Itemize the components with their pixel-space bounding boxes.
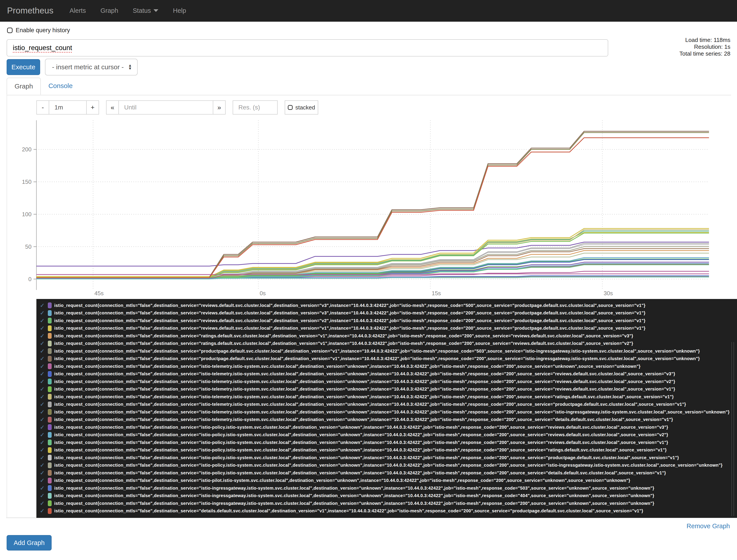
time-forward-button[interactable]: » <box>213 100 226 115</box>
legend-row[interactable]: ✓istio_request_count{connection_mtls="fa… <box>40 507 737 515</box>
legend-row[interactable]: ✓istio_request_count{connection_mtls="fa… <box>40 484 737 492</box>
x-tick-label: 45s <box>94 290 104 297</box>
enable-query-history-label: Enable query history <box>16 27 70 34</box>
range-input[interactable]: 1m <box>49 100 87 115</box>
legend-row[interactable]: ✓istio_request_count{connection_mtls="fa… <box>40 355 737 363</box>
series-line[interactable] <box>36 131 709 277</box>
legend-row[interactable]: ✓istio_request_count{connection_mtls="fa… <box>40 431 737 439</box>
range-decrease-button[interactable]: - <box>36 100 49 115</box>
legend-row[interactable]: ✓istio_request_count{connection_mtls="fa… <box>40 469 737 477</box>
series-line[interactable] <box>36 133 709 278</box>
series-color-swatch <box>48 478 52 483</box>
execute-button[interactable]: Execute <box>7 59 40 75</box>
legend: ✓istio_request_count{connection_mtls="fa… <box>36 299 737 518</box>
metric-select[interactable]: - insert metric at cursor - ▲▼ <box>45 59 138 75</box>
graph-controls: - 1m + « Until » Res. (s) stacked <box>36 100 318 115</box>
legend-row[interactable]: ✓istio_request_count{connection_mtls="fa… <box>40 492 737 500</box>
legend-row[interactable]: ✓istio_request_count{connection_mtls="fa… <box>40 370 737 378</box>
enable-query-history-checkbox[interactable] <box>7 28 13 33</box>
series-color-swatch <box>48 303 52 308</box>
series-label: istio_request_count{connection_mtls="fal… <box>54 303 645 308</box>
query-input[interactable]: istio_request_count <box>7 39 608 56</box>
series-color-swatch <box>48 485 52 491</box>
time-group: « Until » <box>106 100 226 115</box>
series-enabled-check-icon: ✓ <box>40 409 48 415</box>
legend-row[interactable]: ✓istio_request_count{connection_mtls="fa… <box>40 439 737 446</box>
series-label: istio_request_count{connection_mtls="fal… <box>54 318 645 323</box>
series-enabled-check-icon: ✓ <box>40 386 48 392</box>
series-enabled-check-icon: ✓ <box>40 394 48 400</box>
legend-row[interactable]: ✓istio_request_count{connection_mtls="fa… <box>40 347 737 355</box>
legend-row[interactable]: ✓istio_request_count{connection_mtls="fa… <box>40 454 737 462</box>
series-label: istio_request_count{connection_mtls="fal… <box>54 394 674 399</box>
add-graph-button[interactable]: Add Graph <box>7 535 52 551</box>
series-color-swatch <box>48 432 52 438</box>
series-label: istio_request_count{connection_mtls="fal… <box>54 470 666 475</box>
legend-row[interactable]: ✓istio_request_count{connection_mtls="fa… <box>40 302 737 309</box>
series-enabled-check-icon: ✓ <box>40 348 48 354</box>
remove-graph-link[interactable]: Remove Graph <box>686 522 730 530</box>
series-line[interactable] <box>36 138 709 278</box>
nav-item-alerts[interactable]: Alerts <box>62 7 93 14</box>
series-color-swatch <box>48 386 52 392</box>
series-enabled-check-icon: ✓ <box>40 477 48 484</box>
brand-prometheus: Prometheus <box>7 6 53 15</box>
series-enabled-check-icon: ✓ <box>40 447 48 453</box>
legend-row[interactable]: ✓istio_request_count{connection_mtls="fa… <box>40 416 737 424</box>
series-color-swatch <box>48 424 52 430</box>
tab-console[interactable]: Console <box>41 78 80 95</box>
chart-area[interactable]: 45s0s15s30s050100150200 <box>14 118 713 297</box>
range-increase-button[interactable]: + <box>86 100 99 115</box>
series-color-swatch <box>48 379 52 384</box>
stacked-label: stacked <box>295 104 315 111</box>
legend-row[interactable]: ✓istio_request_count{connection_mtls="fa… <box>40 477 737 485</box>
legend-row[interactable]: ✓istio_request_count{connection_mtls="fa… <box>40 363 737 370</box>
series-enabled-check-icon: ✓ <box>40 500 48 507</box>
series-color-swatch <box>48 409 52 415</box>
stacked-checkbox[interactable] <box>288 105 293 110</box>
legend-row[interactable]: ✓istio_request_count{connection_mtls="fa… <box>40 309 737 317</box>
legend-row[interactable]: ✓istio_request_count{connection_mtls="fa… <box>40 385 737 393</box>
legend-row[interactable]: ✓istio_request_count{connection_mtls="fa… <box>40 340 737 348</box>
series-enabled-check-icon: ✓ <box>40 325 48 331</box>
series-color-swatch <box>48 508 52 514</box>
resolution-input[interactable]: Res. (s) <box>233 100 278 115</box>
legend-scrollbar[interactable] <box>732 342 734 516</box>
query-stats: Load time: 118ms Resolution: 1s Total ti… <box>679 37 730 57</box>
legend-row[interactable]: ✓istio_request_count{connection_mtls="fa… <box>40 462 737 469</box>
legend-row[interactable]: ✓istio_request_count{connection_mtls="fa… <box>40 408 737 416</box>
series-color-swatch <box>48 363 52 369</box>
legend-row[interactable]: ✓istio_request_count{connection_mtls="fa… <box>40 332 737 340</box>
series-label: istio_request_count{connection_mtls="fal… <box>54 387 675 392</box>
until-input[interactable]: Until <box>118 100 213 115</box>
series-color-swatch <box>48 500 52 506</box>
series-label: istio_request_count{connection_mtls="fal… <box>54 364 640 369</box>
legend-row[interactable]: ✓istio_request_count{connection_mtls="fa… <box>40 423 737 431</box>
tabbar-divider <box>7 95 731 95</box>
legend-row[interactable]: ✓istio_request_count{connection_mtls="fa… <box>40 393 737 401</box>
y-tick-label: 50 <box>25 243 32 250</box>
legend-row[interactable]: ✓istio_request_count{connection_mtls="fa… <box>40 446 737 454</box>
series-enabled-check-icon: ✓ <box>40 455 48 461</box>
nav-item-help[interactable]: Help <box>166 7 193 14</box>
nav-item-graph[interactable]: Graph <box>93 7 126 14</box>
legend-row[interactable]: ✓istio_request_count{connection_mtls="fa… <box>40 325 737 332</box>
tab-graph[interactable]: Graph <box>7 78 41 95</box>
legend-row[interactable]: ✓istio_request_count{connection_mtls="fa… <box>40 378 737 385</box>
series-enabled-check-icon: ✓ <box>40 318 48 324</box>
stat-total-series: Total time series: 28 <box>679 50 730 57</box>
legend-row[interactable]: ✓istio_request_count{connection_mtls="fa… <box>40 401 737 408</box>
series-label: istio_request_count{connection_mtls="fal… <box>54 455 679 460</box>
chevron-down-icon <box>154 9 158 12</box>
nav-item-status[interactable]: Status <box>126 7 166 14</box>
stacked-toggle[interactable]: stacked <box>285 100 318 115</box>
chart-svg[interactable]: 45s0s15s30s050100150200 <box>14 118 713 297</box>
series-enabled-check-icon: ✓ <box>40 416 48 423</box>
y-tick-label: 200 <box>22 146 32 153</box>
legend-row[interactable]: ✓istio_request_count{connection_mtls="fa… <box>40 500 737 507</box>
series-color-swatch <box>48 333 52 339</box>
time-back-button[interactable]: « <box>106 100 119 115</box>
series-label: istio_request_count{connection_mtls="fal… <box>54 447 667 453</box>
select-arrows-icon: ▲▼ <box>128 64 132 70</box>
legend-row[interactable]: ✓istio_request_count{connection_mtls="fa… <box>40 317 737 325</box>
